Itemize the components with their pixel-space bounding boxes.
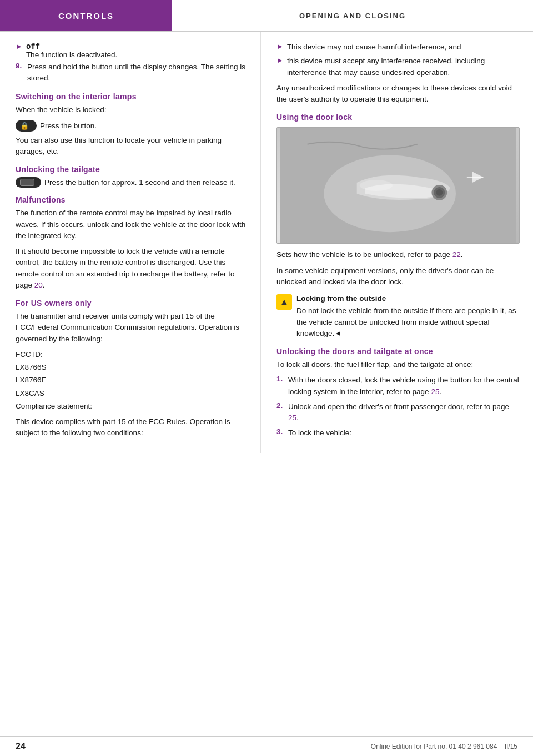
tailgate-button-row: Press the button for approx. 1 second an… xyxy=(16,177,247,188)
fcc-items-list: FCC ID: LX8766S LX8766E LX8CAS xyxy=(16,349,247,399)
malfunctions-title: Malfunctions xyxy=(16,195,247,204)
off-bullet-content: off The function is deactivated. xyxy=(26,42,117,59)
off-description: The function is deactivated. xyxy=(26,51,117,59)
step-2-number: 2. xyxy=(276,401,286,410)
tailgate-instruction: Press the button for approx. 1 second an… xyxy=(44,178,235,187)
header-section-controls: CONTROLS xyxy=(0,0,172,31)
malfunctions-para2: If it should become impossible to lock t… xyxy=(16,246,247,291)
step-2-main-text: Unlock and open the driver's or front pa… xyxy=(288,402,509,411)
step-1-text: With the doors closed, lock the vehicle … xyxy=(288,375,520,397)
step-1-page-link[interactable]: 25 xyxy=(431,387,439,396)
header-section-opening: OPENING AND CLOSING xyxy=(172,0,533,31)
fcc-item-2: LX8766E xyxy=(16,375,247,386)
malfunctions-para1: The function of the remote control may b… xyxy=(16,208,247,241)
fcc-item-0: FCC ID: xyxy=(16,349,247,360)
door-lock-para2: In some vehicle equipment versions, only… xyxy=(276,265,520,288)
unlocking-doors-intro: To lock all doors, the fuel filler flap,… xyxy=(276,359,520,370)
warning-icon: ▲ xyxy=(276,294,292,310)
off-bullet-row: ► off The function is deactivated. xyxy=(16,42,247,59)
step-1-main-text: With the doors closed, lock the vehicle … xyxy=(288,376,519,395)
page-footer: 24 Online Edition for Part no. 01 40 2 9… xyxy=(0,736,533,756)
forus-title: For US owners only xyxy=(16,299,247,308)
two-column-layout: ► off The function is deactivated. 9. Pr… xyxy=(0,32,533,453)
compliance-text: This device complies with part 15 of the… xyxy=(16,416,247,439)
key-button-row: 🔒 Press the button. xyxy=(16,120,247,132)
step-3-text: To lock the vehicle: xyxy=(288,427,351,439)
fcc-item-1: LX8766S xyxy=(16,362,247,373)
fcc-bullet-text-1: This device may not cause harmful interf… xyxy=(287,42,461,53)
door-lock-para1-end: . xyxy=(461,250,463,259)
fcc-item-3: LX8CAS xyxy=(16,388,247,399)
step-2-end: . xyxy=(296,414,299,422)
step-3-item: 3. To lock the vehicle: xyxy=(276,427,520,439)
step-1-item: 1. With the doors closed, lock the vehic… xyxy=(276,375,520,397)
fcc-bullet-1: ► This device may not cause harmful inte… xyxy=(276,42,520,53)
page-header: CONTROLS OPENING AND CLOSING xyxy=(0,0,533,32)
key-button-icon: 🔒 xyxy=(16,120,37,132)
step-1-number: 1. xyxy=(276,375,286,383)
warning-box: ▲ Locking from the outside Do not lock t… xyxy=(276,293,520,339)
step-9-number: 9. xyxy=(16,62,26,70)
switching-description: You can also use this function to locate… xyxy=(16,135,247,158)
unlocking-doors-title-text: Unlocking the doors and tailgate at once xyxy=(276,347,433,356)
press-button-label: Press the button. xyxy=(40,122,97,130)
fcc-bullet-text-2: this device must accept any interference… xyxy=(287,56,520,78)
bullet-arrow-off: ► xyxy=(16,42,23,51)
step-2-page-link[interactable]: 25 xyxy=(288,414,296,422)
switching-lamps-title: Switching on the interior lamps xyxy=(16,92,247,101)
warning-heading: Locking from the outside xyxy=(296,293,520,304)
step-1-end: . xyxy=(439,387,441,396)
right-column: ► This device may not cause harmful inte… xyxy=(261,32,533,453)
bullet-arrow-fcc2: ► xyxy=(276,56,284,64)
header-controls-label: CONTROLS xyxy=(58,11,114,21)
step-3-number: 3. xyxy=(276,427,286,436)
off-code-label: off xyxy=(26,42,40,51)
door-lock-image xyxy=(276,127,520,244)
malfunctions-para2-end: . xyxy=(43,281,45,289)
step-2-text: Unlock and open the driver's or front pa… xyxy=(288,401,520,424)
malfunctions-para2-text: If it should become impossible to lock t… xyxy=(16,247,234,289)
door-lock-para1: Sets how the vehicle is to be unlocked, … xyxy=(276,249,520,260)
lock-symbol: 🔒 xyxy=(20,122,29,130)
bullet-arrow-fcc1: ► xyxy=(276,42,284,51)
door-lock-para1-text: Sets how the vehicle is to be unlocked, … xyxy=(276,250,450,259)
svg-point-4 xyxy=(436,189,443,196)
unlocking-tailgate-title: Unlocking the tailgate xyxy=(16,165,247,174)
switching-intro: When the vehicle is locked: xyxy=(16,104,247,115)
door-lock-svg xyxy=(277,128,519,243)
fcc-bullet-2: ► this device must accept any interferen… xyxy=(276,56,520,78)
page-number: 24 xyxy=(16,742,26,752)
edition-text: Online Edition for Part no. 01 40 2 961 … xyxy=(371,743,517,750)
forus-final-para: Any unauthorized modifications or change… xyxy=(276,83,520,105)
left-column: ► off The function is deactivated. 9. Pr… xyxy=(0,32,261,453)
tailgate-button-icon xyxy=(16,177,41,188)
forus-para1: The transmitter and receiver units compl… xyxy=(16,311,247,345)
door-lock-title: Using the door lock xyxy=(276,113,520,122)
step-9-item: 9. Press and hold the button until the d… xyxy=(16,62,247,84)
tailgate-shape xyxy=(20,179,34,186)
warning-body: Do not lock the vehicle from the outside… xyxy=(296,306,516,337)
warning-text-content: Locking from the outside Do not lock the… xyxy=(296,293,520,339)
compliance-label: Compliance statement: xyxy=(16,401,247,412)
svg-point-7 xyxy=(360,180,393,191)
step-2-item: 2. Unlock and open the driver's or front… xyxy=(276,401,520,424)
content-area: ► off The function is deactivated. 9. Pr… xyxy=(0,32,533,748)
unlocking-doors-title: Unlocking the doors and tailgate at once xyxy=(276,347,520,356)
step-9-text: Press and hold the button until the disp… xyxy=(27,62,247,84)
door-lock-page-link[interactable]: 22 xyxy=(452,250,461,259)
header-opening-label: OPENING AND CLOSING xyxy=(299,12,406,20)
malfunctions-page-link[interactable]: 20 xyxy=(34,281,43,289)
